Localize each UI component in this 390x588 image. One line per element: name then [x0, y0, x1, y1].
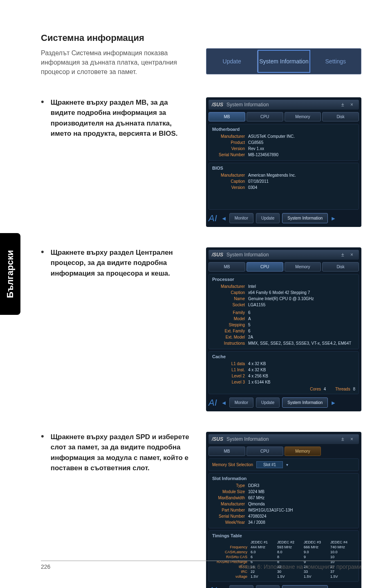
table-row-key: voltage	[212, 574, 249, 579]
ptab-mb[interactable]: MB	[208, 262, 245, 272]
arrow-right-icon[interactable]: ►	[330, 399, 336, 406]
ptab-cpu[interactable]: CPU	[247, 112, 283, 121]
panel-title: System Information	[226, 436, 269, 442]
table-cell: 1.5V	[329, 574, 355, 579]
footer-btn-update[interactable]: Update	[256, 397, 280, 408]
window-controls[interactable]: ± ×	[341, 252, 356, 258]
footer-btn-monitor[interactable]: Monitor	[229, 585, 253, 588]
table-cell: 10	[329, 554, 355, 559]
screenshot-cpu-panel: /SUS System Information ± × MB CPU Memor…	[206, 247, 361, 411]
ptab-cpu[interactable]: CPU	[247, 262, 283, 272]
asus-logo: /SUS	[212, 252, 223, 258]
kv-value: Genuine Intel(R) CPU 0 @ 3.10GHz	[248, 296, 314, 302]
kv-key: Ext. Model	[212, 334, 248, 340]
table-row-key: Frequency	[212, 545, 249, 550]
top-tab-bar: Update System Information Settings	[206, 48, 361, 74]
timings-table: JEDEC #1JEDEC #2JEDEC #3JEDEC #4Frequenc…	[212, 540, 355, 579]
kv-value: 07/18/2011	[248, 178, 269, 184]
bios-section-header: BIOS	[212, 166, 355, 171]
ptab-memory[interactable]: Memory	[285, 447, 321, 456]
kv-value: x64 Family 6 Model 42 Stepping 7	[248, 290, 310, 296]
asus-logo: /SUS	[212, 102, 223, 108]
ptab-disk[interactable]: Disk	[322, 112, 359, 121]
kv-row: Serial NumberMB-1234567890	[212, 152, 355, 158]
ai-logo-icon: AI	[208, 213, 217, 224]
ptab-mb[interactable]: MB	[208, 112, 245, 121]
mb-section-header: Motherboard	[212, 127, 355, 132]
page-number: 226	[41, 563, 50, 570]
table-row: RAS#to CAS68910	[212, 554, 355, 559]
footer-btn-monitor[interactable]: Monitor	[229, 213, 253, 223]
kv-row: Week/Year34 / 2008	[212, 519, 355, 525]
table-col-header: JEDEC #1	[249, 540, 276, 545]
kv-key: Stepping	[212, 322, 248, 328]
arrow-left-icon[interactable]: ◄	[221, 215, 227, 222]
kv-key: MaxBandwidth	[212, 495, 248, 501]
ai-logo-icon: AI	[208, 397, 217, 408]
kv-row: Module Size1024 MB	[212, 489, 355, 495]
table-cell: 1.5V	[276, 574, 302, 579]
kv-key: Manufacturer	[212, 501, 248, 507]
kv-key: Serial Number	[212, 513, 248, 519]
ptab-mb[interactable]: MB	[208, 447, 245, 456]
kv-value: 47080324	[248, 513, 267, 519]
panel-title: System Information	[226, 252, 269, 258]
asus-logo: /SUS	[212, 436, 223, 442]
kv-value: 6	[248, 310, 251, 316]
kv-row: Ext. Model2A	[212, 334, 355, 340]
window-controls[interactable]: ± ×	[341, 436, 356, 442]
section2-text: Щракнете върху раздел Централен процесор…	[51, 247, 190, 279]
kv-key: Level 3	[212, 379, 248, 385]
footer-btn-monitor[interactable]: Monitor	[229, 397, 253, 408]
ptab-memory[interactable]: Memory	[285, 112, 321, 121]
kv-value: 1024 MB	[248, 489, 264, 495]
kv-row: ManufacturerASUSTeK Computer INC.	[212, 133, 355, 139]
processor-section-header: Processor	[212, 277, 355, 282]
kv-value: MB-1234567890	[248, 152, 278, 158]
kv-row: Family6	[212, 310, 355, 316]
kv-value: Qimonda	[248, 501, 265, 507]
kv-key: L1 Inst.	[212, 367, 248, 373]
footer-btn-sysinfo[interactable]: System Information	[282, 213, 328, 223]
kv-row: ProductCG8565	[212, 139, 355, 146]
ptab-cpu[interactable]: CPU	[247, 447, 283, 456]
window-controls[interactable]: ± ×	[341, 102, 356, 108]
arrow-left-icon[interactable]: ◄	[221, 399, 227, 406]
table-cell: 1.5V	[249, 574, 276, 579]
table-col-header: JEDEC #4	[329, 540, 355, 545]
kv-key: Family	[212, 310, 248, 316]
mem-slot-select[interactable]: Slot #1	[256, 461, 283, 468]
chevron-down-icon[interactable]: ▾	[286, 462, 288, 467]
footer-btn-update[interactable]: Update	[256, 213, 280, 223]
table-cell: 9	[302, 554, 329, 559]
footer-btn-sysinfo[interactable]: System Information	[282, 585, 328, 588]
ai-logo-icon: AI	[208, 585, 217, 588]
ptab-disk[interactable]: Disk	[322, 262, 359, 272]
kv-value: Intel	[248, 283, 256, 290]
arrow-right-icon[interactable]: ►	[330, 215, 336, 222]
kv-value: 5	[248, 322, 251, 328]
ptab-memory[interactable]: Memory	[285, 262, 321, 272]
kv-key: Version	[212, 184, 248, 191]
tab-system-information[interactable]: System Information	[258, 50, 310, 73]
kv-key: Manufacturer	[212, 283, 248, 290]
table-cell: 8.0	[276, 550, 302, 554]
footer-btn-update[interactable]: Update	[256, 585, 280, 588]
kv-value: A	[248, 316, 251, 322]
kv-key: Product	[212, 139, 248, 146]
table-row-key: RAS#to CAS	[212, 554, 249, 559]
table-cell: 6	[249, 554, 276, 559]
tab-update[interactable]: Update	[206, 51, 258, 72]
kv-value: 6	[248, 328, 251, 334]
footer-btn-sysinfo[interactable]: System Information	[282, 397, 328, 408]
panel-title: System Information	[226, 102, 269, 108]
kv-key: Manufacturer	[212, 172, 248, 178]
table-cell: 6.0	[249, 550, 276, 554]
kv-value: 4 x 32 KB	[248, 361, 266, 367]
tab-settings[interactable]: Settings	[310, 51, 361, 72]
mem-slot-label: Memory Slot Selection	[212, 462, 253, 467]
timings-header: Timings Table	[212, 533, 355, 538]
table-col-header: JEDEC #2	[276, 540, 302, 545]
kv-row: ManufacturerAmerican Megatrends Inc.	[212, 172, 355, 178]
cores-value: 4	[324, 387, 326, 391]
